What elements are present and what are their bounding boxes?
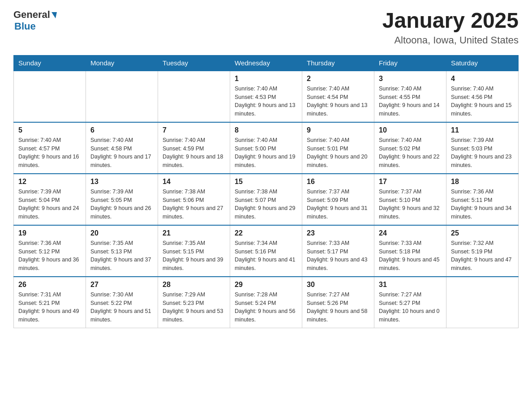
- calendar-cell: 25Sunrise: 7:32 AM Sunset: 5:19 PM Dayli…: [446, 225, 519, 277]
- day-number: 24: [379, 229, 442, 237]
- calendar-cell: 3Sunrise: 7:40 AM Sunset: 4:55 PM Daylig…: [374, 71, 446, 122]
- day-info: Sunrise: 7:34 AM Sunset: 5:16 PM Dayligh…: [235, 239, 297, 273]
- day-info: Sunrise: 7:40 AM Sunset: 4:55 PM Dayligh…: [379, 85, 442, 118]
- day-number: 6: [90, 126, 153, 134]
- weekday-header-friday: Friday: [374, 55, 446, 71]
- day-number: 17: [379, 178, 442, 186]
- day-number: 13: [90, 178, 153, 186]
- day-info: Sunrise: 7:40 AM Sunset: 5:01 PM Dayligh…: [307, 136, 369, 170]
- calendar-cell: 22Sunrise: 7:34 AM Sunset: 5:16 PM Dayli…: [230, 225, 302, 277]
- calendar-cell: 18Sunrise: 7:36 AM Sunset: 5:11 PM Dayli…: [446, 174, 519, 225]
- calendar-week-row: 26Sunrise: 7:31 AM Sunset: 5:21 PM Dayli…: [14, 277, 519, 328]
- calendar-cell: 4Sunrise: 7:40 AM Sunset: 4:56 PM Daylig…: [446, 71, 519, 122]
- day-info: Sunrise: 7:39 AM Sunset: 5:03 PM Dayligh…: [451, 136, 514, 170]
- day-info: Sunrise: 7:40 AM Sunset: 5:02 PM Dayligh…: [379, 136, 442, 170]
- calendar-week-row: 1Sunrise: 7:40 AM Sunset: 4:53 PM Daylig…: [14, 71, 519, 122]
- calendar-cell: [158, 71, 230, 122]
- day-info: Sunrise: 7:28 AM Sunset: 5:24 PM Dayligh…: [235, 291, 297, 324]
- day-info: Sunrise: 7:33 AM Sunset: 5:18 PM Dayligh…: [379, 239, 442, 273]
- day-number: 8: [235, 126, 297, 134]
- day-info: Sunrise: 7:35 AM Sunset: 5:15 PM Dayligh…: [163, 239, 225, 273]
- calendar-cell: 2Sunrise: 7:40 AM Sunset: 4:54 PM Daylig…: [302, 71, 374, 122]
- calendar-cell: 17Sunrise: 7:37 AM Sunset: 5:10 PM Dayli…: [374, 174, 446, 225]
- day-info: Sunrise: 7:38 AM Sunset: 5:07 PM Dayligh…: [235, 188, 297, 221]
- day-info: Sunrise: 7:40 AM Sunset: 5:00 PM Dayligh…: [235, 136, 297, 170]
- weekday-header-sunday: Sunday: [14, 55, 86, 71]
- day-number: 3: [379, 75, 442, 83]
- day-info: Sunrise: 7:32 AM Sunset: 5:19 PM Dayligh…: [451, 239, 514, 273]
- day-info: Sunrise: 7:37 AM Sunset: 5:10 PM Dayligh…: [379, 188, 442, 221]
- title-section: January 2025 Altoona, Iowa, United State…: [382, 9, 519, 46]
- day-info: Sunrise: 7:30 AM Sunset: 5:22 PM Dayligh…: [90, 291, 153, 324]
- day-info: Sunrise: 7:40 AM Sunset: 4:58 PM Dayligh…: [90, 136, 153, 170]
- day-number: 12: [18, 178, 81, 186]
- day-info: Sunrise: 7:40 AM Sunset: 4:57 PM Dayligh…: [18, 136, 81, 170]
- calendar-cell: 5Sunrise: 7:40 AM Sunset: 4:57 PM Daylig…: [14, 122, 86, 174]
- weekday-header-row: SundayMondayTuesdayWednesdayThursdayFrid…: [14, 55, 519, 71]
- calendar-cell: 23Sunrise: 7:33 AM Sunset: 5:17 PM Dayli…: [302, 225, 374, 277]
- day-info: Sunrise: 7:31 AM Sunset: 5:21 PM Dayligh…: [18, 291, 81, 324]
- day-number: 21: [163, 229, 225, 237]
- calendar-cell: 21Sunrise: 7:35 AM Sunset: 5:15 PM Dayli…: [158, 225, 230, 277]
- calendar-cell: 6Sunrise: 7:40 AM Sunset: 4:58 PM Daylig…: [86, 122, 158, 174]
- calendar-cell: 27Sunrise: 7:30 AM Sunset: 5:22 PM Dayli…: [86, 277, 158, 328]
- calendar-cell: [14, 71, 86, 122]
- calendar-cell: 29Sunrise: 7:28 AM Sunset: 5:24 PM Dayli…: [230, 277, 302, 328]
- day-number: 27: [90, 281, 153, 289]
- calendar-cell: 15Sunrise: 7:38 AM Sunset: 5:07 PM Dayli…: [230, 174, 302, 225]
- calendar-cell: 1Sunrise: 7:40 AM Sunset: 4:53 PM Daylig…: [230, 71, 302, 122]
- logo-general-text: General: [13, 9, 50, 21]
- calendar-title: January 2025: [382, 9, 519, 33]
- calendar-week-row: 5Sunrise: 7:40 AM Sunset: 4:57 PM Daylig…: [14, 122, 519, 174]
- day-number: 4: [451, 75, 514, 83]
- day-number: 14: [163, 178, 225, 186]
- day-number: 22: [235, 229, 297, 237]
- day-number: 18: [451, 178, 514, 186]
- calendar-cell: 9Sunrise: 7:40 AM Sunset: 5:01 PM Daylig…: [302, 122, 374, 174]
- calendar-cell: 14Sunrise: 7:38 AM Sunset: 5:06 PM Dayli…: [158, 174, 230, 225]
- day-number: 5: [18, 126, 81, 134]
- day-info: Sunrise: 7:40 AM Sunset: 4:56 PM Dayligh…: [451, 85, 514, 118]
- day-info: Sunrise: 7:37 AM Sunset: 5:09 PM Dayligh…: [307, 188, 369, 221]
- calendar-cell: 7Sunrise: 7:40 AM Sunset: 4:59 PM Daylig…: [158, 122, 230, 174]
- day-info: Sunrise: 7:36 AM Sunset: 5:12 PM Dayligh…: [18, 239, 81, 273]
- calendar-cell: 8Sunrise: 7:40 AM Sunset: 5:00 PM Daylig…: [230, 122, 302, 174]
- calendar-cell: 30Sunrise: 7:27 AM Sunset: 5:26 PM Dayli…: [302, 277, 374, 328]
- calendar-cell: 12Sunrise: 7:39 AM Sunset: 5:04 PM Dayli…: [14, 174, 86, 225]
- calendar-cell: 13Sunrise: 7:39 AM Sunset: 5:05 PM Dayli…: [86, 174, 158, 225]
- calendar-cell: 10Sunrise: 7:40 AM Sunset: 5:02 PM Dayli…: [374, 122, 446, 174]
- day-number: 20: [90, 229, 153, 237]
- day-info: Sunrise: 7:29 AM Sunset: 5:23 PM Dayligh…: [163, 291, 225, 324]
- day-info: Sunrise: 7:33 AM Sunset: 5:17 PM Dayligh…: [307, 239, 369, 273]
- day-info: Sunrise: 7:35 AM Sunset: 5:13 PM Dayligh…: [90, 239, 153, 273]
- day-info: Sunrise: 7:27 AM Sunset: 5:26 PM Dayligh…: [307, 291, 369, 324]
- weekday-header-tuesday: Tuesday: [158, 55, 230, 71]
- day-info: Sunrise: 7:40 AM Sunset: 4:54 PM Dayligh…: [307, 85, 369, 118]
- weekday-header-monday: Monday: [86, 55, 158, 71]
- day-number: 30: [307, 281, 369, 289]
- calendar-cell: 20Sunrise: 7:35 AM Sunset: 5:13 PM Dayli…: [86, 225, 158, 277]
- day-info: Sunrise: 7:39 AM Sunset: 5:05 PM Dayligh…: [90, 188, 153, 221]
- day-number: 23: [307, 229, 369, 237]
- calendar-week-row: 12Sunrise: 7:39 AM Sunset: 5:04 PM Dayli…: [14, 174, 519, 225]
- day-info: Sunrise: 7:38 AM Sunset: 5:06 PM Dayligh…: [163, 188, 225, 221]
- day-number: 28: [163, 281, 225, 289]
- day-info: Sunrise: 7:40 AM Sunset: 4:59 PM Dayligh…: [163, 136, 225, 170]
- day-number: 10: [379, 126, 442, 134]
- calendar-cell: 11Sunrise: 7:39 AM Sunset: 5:03 PM Dayli…: [446, 122, 519, 174]
- day-number: 19: [18, 229, 81, 237]
- calendar-subtitle: Altoona, Iowa, United States: [382, 34, 519, 46]
- day-number: 25: [451, 229, 514, 237]
- calendar-cell: 28Sunrise: 7:29 AM Sunset: 5:23 PM Dayli…: [158, 277, 230, 328]
- page-header: General Blue January 2025 Altoona, Iowa,…: [13, 9, 519, 46]
- weekday-header-thursday: Thursday: [302, 55, 374, 71]
- calendar-cell: 31Sunrise: 7:27 AM Sunset: 5:27 PM Dayli…: [374, 277, 446, 328]
- day-number: 31: [379, 281, 442, 289]
- day-info: Sunrise: 7:36 AM Sunset: 5:11 PM Dayligh…: [451, 188, 514, 221]
- calendar-cell: [86, 71, 158, 122]
- logo: General Blue: [13, 9, 57, 32]
- day-number: 9: [307, 126, 369, 134]
- day-number: 26: [18, 281, 81, 289]
- day-number: 15: [235, 178, 297, 186]
- day-number: 2: [307, 75, 369, 83]
